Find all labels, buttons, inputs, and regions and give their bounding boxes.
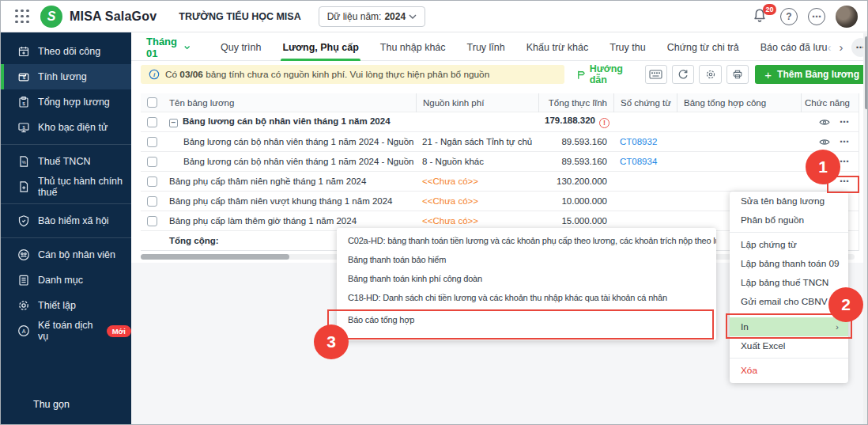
- tabs-scroll-left-icon[interactable]: ‹: [828, 41, 832, 53]
- funding-source: <<Chưa có>>: [416, 216, 538, 226]
- sidebar-item-label: Kho bạc điện tử: [38, 122, 108, 133]
- sidebar-item-label: Tính lương: [38, 71, 87, 82]
- column-header-name[interactable]: Tên bảng lương: [163, 98, 416, 108]
- collapse-row-icon[interactable]: −: [169, 119, 178, 127]
- row-checkbox[interactable]: [147, 196, 157, 207]
- payroll-name: Bảng lương cán bộ nhân viên tháng 1 năm …: [183, 116, 391, 126]
- sidebar-item-ke-toan-dich-vu[interactable]: A Kế toán dịch vụ Mới: [1, 318, 131, 343]
- sidebar-collapse-button[interactable]: Thu gọn: [1, 391, 131, 418]
- sidebar-item-thue-tncn[interactable]: % Thuế TNCN: [1, 149, 131, 174]
- menu-item-lap-bang-thanh-toan-09[interactable]: Lập bảng thanh toán 09: [730, 254, 848, 273]
- misa-logo-icon: S: [40, 6, 62, 28]
- column-header-timesheet[interactable]: Bảng tổng hợp công: [677, 93, 801, 112]
- alert-text: Có 03/06 bảng tính chưa có nguồn kinh ph…: [165, 69, 489, 80]
- payroll-name: Bảng phụ cấp làm thêm giờ tháng 1 năm 20…: [163, 216, 416, 226]
- row-checkbox[interactable]: [147, 176, 157, 187]
- more-options-icon[interactable]: ⋯: [808, 8, 825, 25]
- notification-bell-icon[interactable]: 20: [751, 7, 770, 26]
- menu-item-xuat-excel[interactable]: Xuất Excel: [730, 336, 848, 355]
- guide-link[interactable]: Hướng dẫn: [576, 63, 640, 85]
- column-header-total[interactable]: Tổng thực lĩnh: [538, 93, 613, 112]
- sidebar-item-tong-hop-luong[interactable]: $ Tổng hợp lương: [1, 89, 131, 115]
- funding-alert: i Có 03/06 bảng tính chưa có nguồn kinh …: [141, 65, 564, 84]
- tab-thu-nhap-khac[interactable]: Thu nhập khác: [380, 34, 446, 61]
- help-icon[interactable]: ?: [780, 8, 798, 25]
- sidebar-item-thiet-lap[interactable]: Thiết lập: [1, 293, 131, 318]
- row-checkbox[interactable]: [147, 157, 157, 167]
- tab-quy-trinh[interactable]: Quy trình: [221, 34, 261, 61]
- month-selector[interactable]: Tháng 01: [146, 36, 190, 59]
- tab-bao-cao-da-luu[interactable]: Báo cáo đã lưu: [760, 34, 828, 61]
- column-header-doc[interactable]: Số chứng từ: [613, 93, 677, 112]
- sidebar-item-bao-hiem-xa-hoi[interactable]: Bảo hiểm xã hội: [1, 208, 131, 233]
- monitor-icon: $: [17, 121, 30, 134]
- chevron-down-icon: [184, 45, 190, 50]
- row-actions-icon[interactable]: ⋯: [840, 156, 850, 167]
- row-actions-icon[interactable]: ⋯: [840, 136, 850, 147]
- sidebar-item-kho-bac-dien-tu[interactable]: $ Kho bạc điện tử: [1, 115, 131, 140]
- select-all-checkbox[interactable]: [147, 97, 157, 108]
- top-bar: S MISA SalaGov TRƯỜNG TIỂU HỌC MISA Dữ l…: [1, 1, 868, 32]
- vertical-scrollbar[interactable]: [863, 33, 868, 425]
- table-row[interactable]: Bảng lương cán bộ nhân viên tháng 1 năm …: [141, 152, 859, 172]
- submenu-item-c18-hd[interactable]: C18-HD: Danh sách chi tiền lương và các …: [337, 288, 716, 307]
- doc-number-link[interactable]: CT08932: [613, 137, 677, 146]
- row-actions-icon[interactable]: ⋯: [840, 176, 850, 187]
- settings-button[interactable]: [699, 65, 721, 84]
- table-row[interactable]: Bảng phụ cấp thâm niên nghề tháng 1 năm …: [141, 172, 859, 192]
- submenu-item-bao-cao-tong-hop[interactable]: Báo cáo tổng hợp: [337, 310, 716, 329]
- sidebar-item-label: Theo dõi công: [38, 46, 100, 57]
- view-icon[interactable]: [819, 138, 830, 146]
- sidebar-item-tinh-luong[interactable]: $ Tính lương: [1, 64, 131, 89]
- people-icon: [17, 249, 30, 261]
- menu-item-lap-bang-thue-tncn[interactable]: Lập bảng thuế TNCN: [730, 273, 848, 292]
- gear-icon: [17, 299, 30, 312]
- table-row[interactable]: Bảng lương cán bộ nhân viên tháng 1 năm …: [141, 132, 859, 152]
- sidebar-item-thu-tuc-hanh-chinh-thue[interactable]: Thủ tục hành chính thuế: [1, 174, 131, 199]
- row-checkbox[interactable]: [147, 216, 157, 226]
- menu-item-in[interactable]: In ›: [730, 317, 848, 336]
- annotation-step-2: 2: [828, 287, 863, 322]
- menu-item-sua-ten-bang-luong[interactable]: Sửa tên bảng lương: [730, 192, 848, 211]
- add-payroll-button[interactable]: + Thêm Bảng lương: [755, 65, 868, 84]
- keyboard-shortcuts-button[interactable]: [645, 65, 667, 84]
- sidebar-item-label: Thủ tục hành chính thuế: [38, 176, 131, 198]
- row-actions-icon[interactable]: ⋯: [840, 116, 850, 127]
- service-icon: A: [17, 324, 30, 337]
- menu-item-phan-bo-nguon[interactable]: Phân bổ nguồn: [730, 211, 848, 230]
- user-avatar[interactable]: [836, 6, 858, 28]
- tab-truy-thu[interactable]: Truy thu: [609, 34, 645, 61]
- sidebar-item-theo-doi-cong[interactable]: Theo dõi công: [1, 39, 131, 64]
- tab-truy-linh[interactable]: Truy lĩnh: [467, 34, 505, 61]
- sidebar-divider: [1, 237, 131, 238]
- horizontal-scrollbar-thumb[interactable]: [141, 254, 289, 260]
- tabs-scroll-right-icon[interactable]: ›: [840, 41, 843, 53]
- tab-chung-tu-chi-tra[interactable]: Chứng từ chi trả: [667, 34, 739, 61]
- row-checkbox[interactable]: [147, 137, 157, 147]
- row-checkbox[interactable]: [147, 117, 157, 127]
- total-amount: 89.593.160: [538, 137, 613, 146]
- menu-item-lap-chung-tu[interactable]: Lập chứng từ: [730, 235, 848, 254]
- total-amount: 179.188.320: [545, 116, 595, 125]
- app-grid-icon[interactable]: [15, 9, 29, 24]
- total-amount: 130.200.000: [538, 176, 613, 186]
- view-icon[interactable]: [819, 118, 830, 127]
- data-year-selector[interactable]: Dữ liệu năm: 2024: [319, 6, 425, 27]
- sidebar-item-can-bo-nhan-vien[interactable]: Cán bộ nhân viên: [1, 242, 131, 268]
- plus-icon: +: [764, 68, 772, 82]
- submenu-item-c02a-hd[interactable]: C02a-HD: bảng thanh toán tiền lương và c…: [337, 231, 716, 250]
- tab-luong-phu-cap[interactable]: Lương, Phụ cấp: [282, 34, 358, 61]
- column-header-source[interactable]: Nguồn kinh phí: [416, 93, 538, 112]
- tab-khau-tru-khac[interactable]: Khấu trừ khác: [526, 34, 589, 61]
- table-row[interactable]: −Bảng lương cán bộ nhân viên tháng 1 năm…: [141, 112, 859, 132]
- menu-item-xoa[interactable]: Xóa: [730, 361, 848, 380]
- submenu-item-bang-thanh-toan-bao-hiem[interactable]: Bảng thanh toán bảo hiểm: [337, 250, 716, 269]
- refresh-button[interactable]: [672, 65, 694, 84]
- submenu-item-kinh-phi-cong-doan[interactable]: Bảng thanh toán kinh phí công đoàn: [337, 269, 716, 288]
- sidebar-item-danh-muc[interactable]: Danh mục: [1, 268, 131, 293]
- payroll-name: Bảng phụ cấp thâm niên vượt khung tháng …: [163, 196, 416, 206]
- svg-text:$: $: [23, 74, 26, 80]
- print-button[interactable]: [726, 65, 749, 84]
- vertical-scrollbar-thumb[interactable]: [865, 36, 868, 109]
- doc-number-link[interactable]: CT08934: [613, 157, 677, 166]
